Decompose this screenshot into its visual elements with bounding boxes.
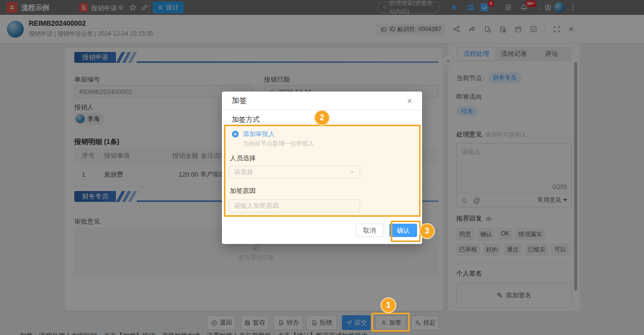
modal-title: 加签 <box>232 96 247 105</box>
step-badge-1: 1 <box>380 297 396 313</box>
reason-label: 加签原因 <box>230 187 256 195</box>
confirm-button[interactable]: 确认 <box>389 224 417 237</box>
radio-add-approver-desc: 为当前节点新增一位审批人 <box>243 140 314 148</box>
radio-add-approver[interactable] <box>232 131 239 138</box>
app-root: 流程示例 报销申请 设计 超级搜索(搜索全站内容) <box>0 0 644 335</box>
cancel-button[interactable]: 取消 <box>356 224 383 237</box>
modal-close-icon[interactable]: × <box>407 96 412 105</box>
step-badge-2: 2 <box>314 110 330 126</box>
person-select[interactable]: 请选择 <box>229 166 360 179</box>
reason-placeholder: 请输入加签原因 <box>234 201 279 210</box>
reason-input[interactable]: 请输入加签原因 <box>229 199 360 212</box>
step-badge-3: 3 <box>419 223 435 239</box>
person-select-placeholder: 请选择 <box>234 168 253 177</box>
radio-add-approver-label[interactable]: 添加审批人 <box>243 130 275 139</box>
chevron-down-icon <box>349 169 355 175</box>
person-select-label: 人员选择 <box>230 154 256 163</box>
method-label: 加签方式 <box>232 115 260 124</box>
